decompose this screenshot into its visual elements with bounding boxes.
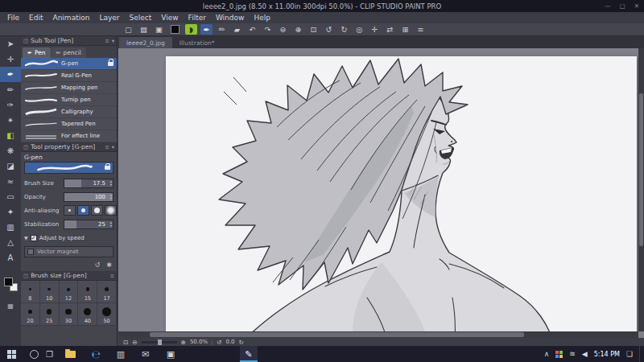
brush-tool-icon[interactable]: ✑ (0, 97, 21, 113)
task-view-icon[interactable]: ❐ (46, 350, 53, 359)
color-swatches[interactable] (4, 278, 18, 291)
anti-aliasing-none-button[interactable] (64, 205, 76, 216)
brush-size-20[interactable]: 20 (21, 303, 40, 326)
brush-size-25[interactable]: 25 (40, 303, 60, 326)
menu-help[interactable]: Help (249, 14, 275, 22)
menu-animation[interactable]: Animation (48, 14, 95, 22)
fill-tool-icon[interactable]: ◧ (0, 128, 21, 143)
edge-browser-icon[interactable]: ℮ (87, 346, 105, 362)
flip-horizontal-icon[interactable]: ⇄ (384, 24, 396, 35)
stabilization-slider[interactable]: 25 ▴▾ (64, 220, 114, 229)
grid-icon[interactable]: ⊞ (399, 24, 411, 35)
close-button[interactable]: ✕ (634, 2, 639, 10)
zoom-slider[interactable] (142, 341, 177, 343)
rotate-right-icon[interactable]: ↻ (338, 24, 350, 35)
panel-menu-icon[interactable]: ≡ (105, 38, 109, 44)
horizontal-scrollbar[interactable] (118, 331, 638, 338)
network-icon[interactable]: ≋ (569, 350, 576, 358)
fit-to-window-icon[interactable]: ⊡ (308, 24, 320, 35)
anti-aliasing-strong-button[interactable] (105, 205, 117, 216)
spinner-icon[interactable]: ▴▾ (110, 220, 112, 228)
zoom-in-icon[interactable]: ⊕ (181, 339, 186, 346)
mail-icon[interactable]: ✉ (137, 346, 155, 362)
store-icon[interactable]: ▥ (112, 346, 130, 362)
subtool-item-calligraphy[interactable]: Calligraphy (21, 106, 117, 118)
vertical-scrollbar[interactable] (638, 48, 644, 331)
vertical-scrollbar-thumb[interactable] (639, 93, 643, 246)
subtool-item-g-pen[interactable]: G-pen (21, 58, 117, 70)
zoom-out-icon[interactable]: ⊖ (132, 339, 137, 346)
opacity-slider[interactable]: 100 ▴▾ (64, 192, 114, 202)
text-tool-icon[interactable]: A (0, 250, 21, 265)
new-file-icon[interactable]: ▢ (122, 24, 134, 35)
menu-layer[interactable]: Layer (94, 14, 124, 22)
toolbar-settings-icon[interactable]: ≡ (415, 24, 427, 35)
subtool-detail-icon[interactable]: ✱ (106, 261, 112, 269)
minimize-button[interactable]: — (605, 2, 611, 10)
show-desktop-button[interactable] (639, 346, 642, 362)
tab-pencil[interactable]: ✏ pencil (52, 47, 86, 58)
redo-icon[interactable]: ↷ (262, 24, 274, 35)
menu-select[interactable]: Select (124, 14, 156, 22)
menu-window[interactable]: Window (211, 14, 250, 22)
file-explorer-icon[interactable] (62, 346, 80, 362)
zoom-in-icon[interactable]: ⊕ (292, 24, 304, 35)
vector-magnet-checkbox[interactable] (27, 249, 34, 255)
horizontal-scrollbar-thumb[interactable] (150, 332, 524, 337)
brush-size-30[interactable]: 30 (60, 303, 79, 326)
rotate-right-icon[interactable]: ↻ (239, 339, 244, 346)
save-file-icon[interactable]: ▣ (153, 24, 165, 35)
figure-tool-icon[interactable]: △ (0, 235, 21, 250)
subtool-preview-bar[interactable] (24, 162, 114, 174)
menu-edit[interactable]: Edit (24, 14, 47, 22)
rotate-left-icon[interactable]: ↺ (323, 24, 335, 35)
document-tab-illustration[interactable]: Illustration* (172, 37, 222, 48)
eraser-tool-icon[interactable]: ◪ (0, 158, 21, 174)
main-color-swatch[interactable] (4, 278, 13, 286)
fit-icon[interactable]: ⊡ (123, 339, 128, 346)
auto-select-tool-icon[interactable]: ✦ (0, 204, 21, 220)
brush-size-17[interactable]: 17 (97, 281, 117, 303)
pencil-tool-icon[interactable]: ✏ (0, 82, 21, 97)
subtool-item-tapered-pen[interactable]: Tapered Pen (21, 118, 117, 130)
clip-studio-launch-icon[interactable]: ◗ (185, 24, 197, 35)
volume-icon[interactable]: ◀ (582, 350, 588, 358)
photos-icon[interactable]: ▣ (162, 346, 180, 362)
color-set-icon[interactable]: ▦ (0, 302, 21, 310)
main-color-swatch[interactable] (171, 25, 180, 34)
brush-size-40[interactable]: 40 (78, 303, 97, 326)
maximize-button[interactable]: ▢ (620, 2, 625, 10)
panel-menu-icon[interactable]: ≡ (105, 144, 109, 150)
tab-pen[interactable]: ✒ Pen (23, 47, 51, 58)
reset-view-icon[interactable]: ◎ (353, 24, 365, 35)
brush-size-50[interactable]: 50 (97, 303, 117, 326)
menu-filter[interactable]: Filter (184, 14, 211, 22)
pen-tool-icon[interactable]: ✒ (200, 24, 213, 35)
subtool-item-real-g-pen[interactable]: Real G-Pen (21, 70, 117, 82)
menu-file[interactable]: File (2, 14, 24, 22)
tray-chevron-icon[interactable]: ∧ (544, 350, 550, 358)
gradient-tool-icon[interactable]: ▥ (0, 220, 21, 235)
brush-size-12[interactable]: 12 (60, 281, 79, 303)
document-tab-active[interactable]: leeee2_0.jpg (119, 37, 172, 48)
pen-tool-icon[interactable]: ✒ (0, 67, 21, 82)
reset-settings-icon[interactable]: ↺ (95, 261, 101, 269)
panel-collapse-icon[interactable]: ▾ (112, 144, 114, 150)
panel-menu-icon[interactable]: ≡ (110, 273, 114, 279)
subtool-item-mapping-pen[interactable]: Mapping pen (21, 82, 117, 94)
zoom-out-icon[interactable]: ⊖ (277, 24, 289, 35)
blend-tool-icon[interactable]: ≈ (0, 174, 21, 189)
eraser-tool-icon[interactable]: ▰ (231, 24, 243, 35)
tray-app-icon[interactable] (555, 351, 563, 358)
pencil-tool-icon[interactable]: ✏ (216, 24, 228, 35)
decoration-tool-icon[interactable]: ❋ (0, 143, 21, 158)
airbrush-tool-icon[interactable]: ✴ (0, 113, 21, 128)
operation-tool-icon[interactable]: ➤ (0, 36, 21, 51)
start-button[interactable] (0, 346, 23, 362)
brush-size-15[interactable]: 15 (78, 281, 97, 303)
panel-collapse-icon[interactable]: ▾ (112, 38, 114, 44)
vector-magnet-row[interactable]: Vector magnet (24, 246, 114, 257)
drawing-canvas[interactable] (166, 56, 637, 331)
open-file-icon[interactable]: ▤ (138, 24, 150, 35)
caret-down-icon[interactable]: ▼ (24, 235, 28, 241)
